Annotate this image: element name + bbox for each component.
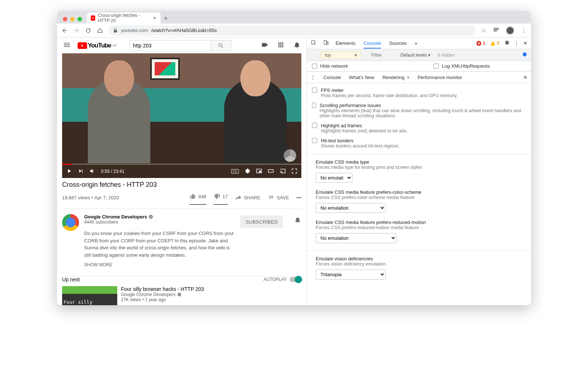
video-player[interactable]: 0:55 / 23:41 CC <box>62 53 301 178</box>
close-tab-icon[interactable]: × <box>153 15 157 21</box>
more-actions-button[interactable]: ••• <box>296 195 301 200</box>
profile-avatar[interactable] <box>506 26 514 35</box>
warning-count[interactable]: 7 <box>490 40 499 46</box>
hide-network-checkbox[interactable] <box>312 64 317 69</box>
drawer-tab-whatsnew[interactable]: What's New <box>349 75 374 80</box>
svg-rect-8 <box>324 40 327 44</box>
tab-sources[interactable]: Sources <box>389 38 407 49</box>
back-button[interactable] <box>61 27 68 34</box>
drawer-tab-perfmon[interactable]: Performance monitor <box>417 75 462 80</box>
vision-desc: Forces vision deficiency emulation <box>316 261 522 267</box>
color-scheme-desc: Forces CSS prefers-color-scheme media fe… <box>316 195 522 200</box>
search-input[interactable] <box>130 40 211 51</box>
minimize-window-button[interactable] <box>70 17 75 21</box>
drawer-menu-icon[interactable]: ⋮ <box>311 75 315 80</box>
tab-elements[interactable]: Elements <box>336 38 355 49</box>
new-tab-button[interactable]: + <box>161 13 171 24</box>
device-toolbar-icon[interactable] <box>323 40 329 47</box>
color-scheme-label: Emulate CSS media feature prefers-color-… <box>316 189 522 195</box>
svg-rect-9 <box>327 42 328 44</box>
up-next-item[interactable]: Four silly Four silly browser hacks - HT… <box>57 282 306 305</box>
address-bar[interactable]: youtube.com/watch?v=vfAHa5GBLio&t=55s <box>108 25 476 36</box>
apps-icon[interactable] <box>277 41 284 50</box>
close-tab-icon[interactable]: × <box>407 75 410 80</box>
fps-meter-checkbox[interactable] <box>312 88 317 93</box>
youtube-logo[interactable]: YouTubeGB <box>78 42 116 49</box>
publish-date: Apr 7, 2020 <box>94 195 119 200</box>
dislike-button[interactable]: 17 <box>214 193 227 205</box>
rendering-panel: FPS meterPlots frames per second, frame … <box>307 83 531 305</box>
drawer-tab-console[interactable]: Console <box>323 75 341 80</box>
inspect-element-icon[interactable] <box>311 40 316 47</box>
tab-title: Cross-origin fetches - HTTP 20 <box>98 13 150 23</box>
browser-menu-icon[interactable]: ⋮ <box>521 27 527 34</box>
next-button[interactable] <box>78 168 84 175</box>
context-selector[interactable]: top▾ <box>321 51 361 59</box>
fullscreen-button[interactable] <box>291 168 298 175</box>
verified-icon <box>148 214 153 219</box>
media-type-select[interactable]: No emulation <box>316 173 352 183</box>
highlight-ads-checkbox[interactable] <box>312 123 317 128</box>
extension-icon[interactable] <box>493 26 499 35</box>
console-toolbar: top▾ Default levels ▾ 6 hidden <box>307 49 531 61</box>
vision-select[interactable]: Tritanopia <box>316 270 386 279</box>
hit-test-checkbox[interactable] <box>312 138 317 143</box>
notification-bell-icon[interactable] <box>294 216 301 267</box>
video-controls: 0:55 / 23:41 CC <box>62 165 301 178</box>
play-button[interactable] <box>66 168 72 175</box>
home-button[interactable] <box>97 27 103 34</box>
vision-label: Emulate vision deficiencies <box>316 256 522 261</box>
url-domain: youtube.com <box>121 28 148 33</box>
channel-name[interactable]: Google Chrome Developers <box>84 214 235 220</box>
window-controls <box>60 17 85 24</box>
channel-avatar[interactable] <box>62 214 79 231</box>
console-settings-icon[interactable] <box>521 51 527 58</box>
error-count[interactable]: 1 <box>476 40 485 46</box>
fps-meter-desc: Plots frames per second, frame rate dist… <box>321 93 458 98</box>
filter-input[interactable] <box>371 52 393 58</box>
browser-toolbar: youtube.com/watch?v=vfAHa5GBLio&t=55s ☆ … <box>57 24 531 38</box>
devtools-close-icon[interactable]: ✕ <box>523 40 527 46</box>
search-button[interactable] <box>211 40 231 51</box>
drawer-tab-rendering[interactable]: Rendering× <box>383 75 410 80</box>
close-window-button[interactable] <box>63 17 67 21</box>
video-title: Cross-origin fetches - HTTP 203 <box>57 178 306 189</box>
levels-selector[interactable]: Default levels ▾ <box>398 52 433 58</box>
miniplayer-button[interactable] <box>256 168 262 175</box>
settings-icon[interactable] <box>244 168 251 175</box>
drawer-tabs: ⋮ Console What's New Rendering× Performa… <box>307 71 531 83</box>
tab-more[interactable]: » <box>415 38 417 49</box>
captions-button[interactable]: CC <box>231 169 239 174</box>
video-description: Do you know your cookies from your CSRF … <box>84 230 235 259</box>
drawer-close-icon[interactable]: ✕ <box>523 75 527 80</box>
reduced-motion-select[interactable]: No emulation <box>316 233 397 243</box>
svg-rect-4 <box>268 170 273 172</box>
share-button[interactable]: SHARE <box>235 194 261 201</box>
cast-button[interactable] <box>279 168 286 175</box>
theater-button[interactable] <box>268 168 274 175</box>
tab-console[interactable]: Console <box>363 38 381 49</box>
browser-tab[interactable]: Cross-origin fetches - HTTP 20 × <box>87 13 161 24</box>
show-more-button[interactable]: SHOW MORE <box>84 262 235 267</box>
thumbnail: Four silly <box>62 286 117 305</box>
log-xhr-checkbox[interactable] <box>434 64 439 69</box>
notifications-icon[interactable] <box>293 41 301 50</box>
color-scheme-select[interactable]: No emulation <box>316 203 386 213</box>
volume-button[interactable] <box>89 168 96 175</box>
settings-icon[interactable] <box>504 40 510 47</box>
star-icon[interactable]: ☆ <box>481 27 486 34</box>
reduced-motion-label: Emulate CSS media feature prefers-reduce… <box>316 220 522 225</box>
like-button[interactable]: 848 <box>190 193 207 205</box>
save-button[interactable]: SAVE <box>268 194 289 201</box>
scrolling-perf-desc: Highlights elements (teal) that can slow… <box>320 108 526 118</box>
forward-button[interactable] <box>73 27 80 34</box>
create-icon[interactable] <box>261 41 268 50</box>
reload-button[interactable] <box>85 27 92 34</box>
devtools-menu-icon[interactable]: ⋮ <box>514 40 519 46</box>
subscribe-button[interactable]: SUBSCRIBED <box>240 216 283 228</box>
menu-icon[interactable] <box>63 41 71 50</box>
autoplay-toggle[interactable] <box>290 277 301 282</box>
hit-test-desc: Shows borders around hit-test regions. <box>321 143 400 149</box>
maximize-window-button[interactable] <box>78 17 82 21</box>
scrolling-perf-checkbox[interactable] <box>312 103 316 108</box>
